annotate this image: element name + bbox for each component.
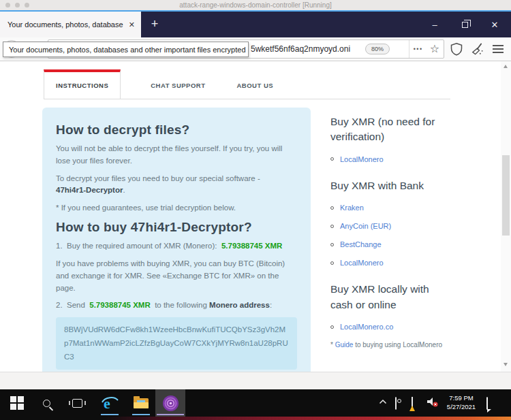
sidebar-link-row: LocalMonero (330, 259, 451, 267)
circle-bullet-icon (330, 261, 334, 265)
windows-taskbar: e 7:59 PM 5/27/2021 (0, 389, 511, 417)
file-explorer-icon (134, 398, 149, 409)
tab-close-icon[interactable]: ✕ (129, 20, 135, 29)
action-center-icon (486, 397, 488, 410)
page-nav-tabs: INSTRUCTIONS CHAT SUPPORT ABOUT US (44, 70, 450, 99)
step-2-number: 2. (56, 301, 63, 309)
traffic-light-minimize[interactable] (15, 3, 20, 7)
sidebar-heading-no-verification: Buy XMR (no need for verification) (330, 114, 451, 145)
tray-chevron-up-icon[interactable] (379, 399, 387, 404)
traffic-light-zoom[interactable] (25, 3, 29, 7)
window-controls: – ✕ (420, 12, 510, 37)
internet-explorer-button[interactable]: e (98, 389, 121, 417)
footnote-text: to buying using LocalMonero (355, 341, 442, 349)
step-1-number: 1. (56, 242, 63, 250)
link-bestchange[interactable]: BestChange (340, 240, 382, 248)
tor-shield-icon[interactable] (450, 42, 463, 56)
decrypt-p2-text: To decrypt your files you need to buy ou… (56, 174, 260, 182)
traffic-light-close[interactable] (5, 3, 10, 7)
step-2: 2. Send 5.79388745 XMR to the following … (56, 300, 297, 312)
new-tab-button[interactable]: + (146, 16, 164, 33)
browser-bottom-strip (0, 372, 511, 389)
monero-address-box: 8BWjVUdRW6dCFw8kh1WzeeHbcBnwKufiTUCQbYSz… (56, 317, 297, 369)
url-text[interactable]: 5wketf56nf6aq2nmyoyd.oni (251, 44, 360, 54)
monero-address-label: Monero address (209, 301, 270, 309)
decrypt-paragraph-1: You will not be able to decrypt the file… (56, 143, 297, 167)
minimize-button[interactable]: – (420, 12, 450, 37)
new-identity-broom-icon[interactable] (470, 42, 484, 56)
search-button[interactable] (35, 389, 57, 417)
step-1-text: Buy the required amount of XMR (Monero): (67, 242, 217, 250)
btc-exchange-paragraph: If you have problems with buying XMR, yo… (56, 258, 297, 294)
link-guide[interactable]: Guide (335, 341, 354, 349)
restore-icon (462, 22, 468, 28)
action-center-button[interactable] (486, 398, 488, 410)
instructions-panel: How to decrypt files? You will not be ab… (42, 108, 311, 372)
restore-button[interactable] (450, 12, 480, 37)
vm-window-controls (5, 3, 29, 7)
volume-muted-icon[interactable] (427, 397, 439, 410)
close-button[interactable]: ✕ (480, 12, 510, 37)
clock-time: 7:59 PM (442, 394, 481, 403)
taskbar-clock[interactable]: 7:59 PM 5/27/2021 (442, 394, 481, 412)
buy-xmr-sidebar: Buy XMR (no need for verification) Local… (330, 108, 451, 372)
browser-tab-bar: Your documents, photos, database ✕ + – ✕ (0, 12, 511, 37)
decryptor-name: 47hi4r1-Decryptor (56, 186, 123, 194)
browser-tab[interactable]: Your documents, photos, database ✕ (0, 12, 141, 37)
sidebar-section-cash: Buy XMR locally with cash or online Loca… (330, 282, 451, 349)
url-bar-tools: ••• ☆ (409, 40, 444, 58)
task-view-button[interactable] (65, 389, 89, 417)
link-kraken[interactable]: Kraken (340, 204, 364, 212)
scroll-up-arrow-icon[interactable] (504, 65, 508, 68)
sidebar-heading-bank: Buy XMR with Bank (330, 178, 451, 193)
sidebar-link-row: LocalMonero (330, 155, 451, 163)
vm-window-title: attack-range-windows-domain-controller [… (179, 1, 331, 9)
browser-toolbar: 5wketf56nf6aq2nmyoyd.oni 80% ••• ☆ Your … (0, 37, 511, 61)
xmr-amount-2: 5.79388745 XMR (89, 301, 151, 309)
tab-about-us[interactable]: ABOUT US (236, 72, 275, 99)
bookmark-star-icon[interactable]: ☆ (430, 44, 439, 54)
page-viewport: INSTRUCTIONS CHAT SUPPORT ABOUT US How t… (0, 61, 511, 372)
step-2-send: Send (67, 301, 85, 309)
page-actions-icon[interactable]: ••• (414, 46, 423, 52)
circle-bullet-icon (330, 206, 334, 210)
sidebar-link-row: AnyCoin (EUR) (330, 222, 451, 230)
internet-explorer-icon: e (101, 394, 119, 412)
ie-open-indicator (101, 414, 119, 415)
file-explorer-button[interactable] (129, 389, 153, 417)
explorer-open-indicator (132, 414, 150, 415)
scrollbar-thumb[interactable] (502, 155, 510, 236)
desktop-edge-strip (0, 417, 511, 420)
sidebar-link-row: BestChange (330, 240, 451, 248)
menu-hamburger-icon[interactable] (493, 45, 504, 53)
tor-open-indicator (157, 414, 184, 415)
tab-title: Your documents, photos, database (7, 20, 125, 29)
link-localmonero-co[interactable]: LocalMonero.co (340, 323, 393, 331)
windows-logo-icon (10, 396, 24, 410)
vm-window-titlebar: attack-range-windows-domain-controller [… (0, 0, 511, 10)
tab-instructions[interactable]: INSTRUCTIONS (44, 69, 121, 99)
link-anycoin[interactable]: AnyCoin (EUR) (340, 222, 391, 230)
circle-bullet-icon (330, 225, 334, 228)
sidebar-heading-cash: Buy XMR locally with cash or online (330, 282, 451, 312)
tor-browser-button[interactable] (155, 389, 185, 417)
tab-chat-support[interactable]: CHAT SUPPORT (149, 72, 206, 99)
link-localmonero-2[interactable]: LocalMonero (340, 259, 384, 267)
xmr-amount: 5.79388745 XMR (221, 242, 283, 250)
trial-note: * If you need guarantees, use trial decr… (56, 202, 297, 214)
page-scrollbar[interactable] (501, 61, 511, 372)
url-tooltip: Your documents, photos, databases and ot… (3, 42, 249, 57)
link-localmonero-1[interactable]: LocalMonero (340, 155, 384, 163)
task-view-icon (72, 399, 82, 408)
zoom-level-badge[interactable]: 80% (365, 44, 390, 54)
network-warning-icon[interactable] (412, 398, 413, 410)
sidebar-section-bank: Buy XMR with Bank Kraken AnyCoin (EUR) B… (330, 178, 451, 267)
sidebar-link-row: Kraken (330, 204, 451, 212)
start-button[interactable] (5, 389, 29, 417)
step-2-mid: to the following (155, 301, 207, 309)
buy-heading: How to buy 47hi4r1-Decryptor? (56, 220, 297, 235)
tor-browser-icon (162, 395, 179, 412)
step-1: 1. Buy the required amount of XMR (Moner… (56, 240, 297, 253)
virtualbox-tray-icon[interactable] (395, 398, 397, 410)
scroll-down-arrow-icon[interactable] (504, 363, 508, 366)
